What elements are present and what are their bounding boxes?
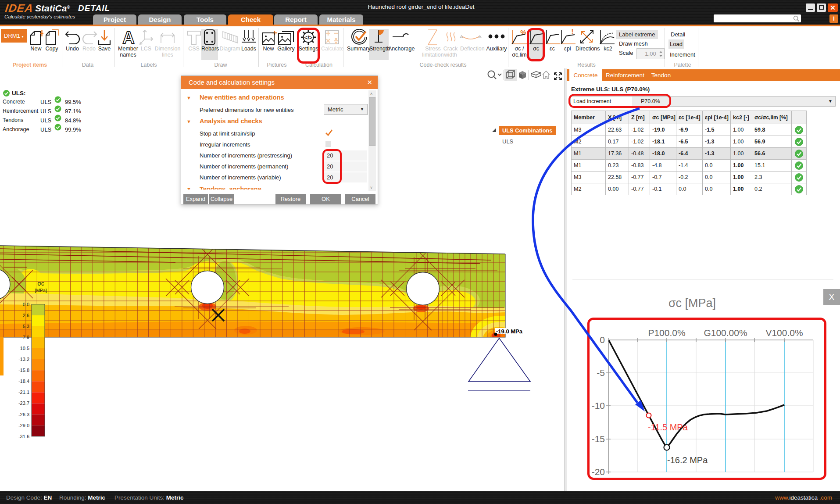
svg-text:A: A — [122, 30, 134, 45]
svg-text:-23.7: -23.7 — [18, 400, 29, 406]
svg-text:σc: σc — [37, 280, 44, 287]
svg-text:-2.6: -2.6 — [21, 313, 29, 318]
svg-text:ULS: ULS — [502, 138, 514, 145]
svg-text:-13.2: -13.2 — [18, 357, 29, 362]
svg-text:-29.0: -29.0 — [18, 423, 29, 428]
svg-text:-26.3: -26.3 — [18, 412, 29, 417]
svg-text:-10.5: -10.5 — [18, 346, 29, 351]
svg-text:-19.0 MPa: -19.0 MPa — [496, 328, 523, 335]
svg-text:-18.4: -18.4 — [18, 379, 29, 384]
svg-text:-15.8: -15.8 — [18, 368, 29, 373]
svg-text:!: ! — [571, 29, 573, 36]
svg-text:-31.6: -31.6 — [18, 434, 29, 439]
svg-text:0.0: 0.0 — [23, 302, 29, 307]
svg-text:ULS Combinations: ULS Combinations — [502, 127, 552, 134]
svg-text:[MPa]: [MPa] — [35, 288, 47, 293]
svg-text:-5.3: -5.3 — [21, 324, 29, 329]
svg-text:-21.1: -21.1 — [18, 390, 29, 395]
svg-text:-7.9: -7.9 — [21, 335, 29, 340]
